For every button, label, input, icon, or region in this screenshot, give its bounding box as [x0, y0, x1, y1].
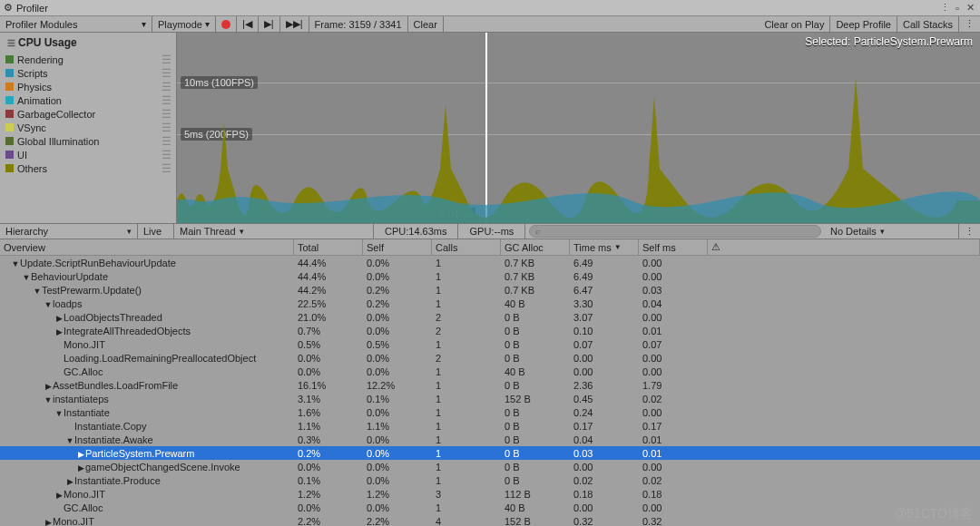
- row-self: 0.0%: [363, 434, 432, 445]
- table-row[interactable]: ▼instantiateps3.1%0.1%1152 B0.450.02: [0, 392, 980, 405]
- table-row[interactable]: ▼BehaviourUpdate44.4%0.0%10.7 KB6.490.00: [0, 269, 980, 283]
- search-input[interactable]: ⌕: [529, 225, 821, 238]
- table-row[interactable]: ▼Instantiate1.6%0.0%10 B0.240.00: [0, 405, 980, 419]
- drag-handle-icon[interactable]: ☰: [162, 67, 171, 80]
- row-total: 21.0%: [294, 312, 363, 323]
- table-row[interactable]: ▶Instantiate.Produce0.1%0.0%10 B0.020.02: [0, 473, 980, 487]
- details-dropdown[interactable]: No Details: [825, 224, 959, 239]
- expand-icon[interactable]: ▼: [33, 287, 42, 296]
- table-row[interactable]: ▶Mono.JIT1.2%1.2%3112 B0.180.18: [0, 487, 980, 501]
- drag-handle-icon[interactable]: ☰: [162, 122, 171, 134]
- drag-handle-icon[interactable]: ☰: [162, 108, 171, 121]
- drag-handle-icon[interactable]: ☰: [162, 54, 171, 66]
- col-self[interactable]: Self: [363, 239, 432, 255]
- row-name: Instantiate: [64, 407, 110, 418]
- row-time-ms: 0.02: [570, 475, 639, 486]
- prev-frame-button[interactable]: ▶|: [259, 16, 280, 32]
- expand-icon[interactable]: ▶: [44, 382, 53, 391]
- col-gc[interactable]: GC Alloc: [501, 239, 570, 255]
- sidebar-item-others[interactable]: Others☰: [0, 161, 176, 175]
- toolbar-more-icon[interactable]: ⋮: [959, 16, 980, 32]
- sidebar-item-ui[interactable]: UI☰: [0, 148, 176, 161]
- expand-icon[interactable]: ▼: [11, 259, 20, 268]
- timeline-chart[interactable]: Selected: ParticleSystem.Prewarm 10ms (1…: [177, 33, 980, 223]
- more-icon[interactable]: ⋮: [938, 2, 951, 14]
- drag-handle-icon[interactable]: ☰: [162, 81, 171, 93]
- expand-icon[interactable]: ▼: [65, 436, 74, 445]
- row-gc: 0 B: [501, 326, 570, 336]
- playmode-dropdown[interactable]: Playmode ▾: [152, 16, 216, 32]
- first-frame-button[interactable]: |◀: [237, 16, 259, 32]
- clear-on-play-button[interactable]: Clear on Play: [759, 16, 830, 32]
- panel-more-icon[interactable]: ⋮: [959, 224, 980, 239]
- thread-dropdown[interactable]: Main Thread: [174, 224, 374, 239]
- drag-handle-icon[interactable]: ☰: [162, 94, 171, 107]
- row-self-ms: 0.00: [639, 462, 708, 472]
- table-row[interactable]: ▶gameObjectChangedScene.Invoke0.0%0.0%10…: [0, 460, 980, 473]
- sidebar-item-physics[interactable]: Physics☰: [0, 80, 176, 93]
- col-warn[interactable]: ⚠: [708, 239, 980, 255]
- expand-icon[interactable]: ▼: [22, 273, 31, 282]
- drag-handle-icon[interactable]: ☰: [162, 135, 171, 148]
- col-overview[interactable]: Overview: [0, 239, 294, 255]
- row-gc: 152 B: [501, 394, 570, 404]
- sidebar-item-scripts[interactable]: Scripts☰: [0, 66, 176, 80]
- sidebar-item-rendering[interactable]: Rendering☰: [0, 53, 176, 66]
- table-row[interactable]: ▶ParticleSystem.Prewarm0.2%0.0%10 B0.030…: [0, 446, 980, 460]
- row-calls: 1: [432, 434, 501, 445]
- gpu-time-label: GPU:--ms: [458, 224, 525, 239]
- expand-icon[interactable]: ▶: [44, 518, 53, 527]
- row-gc: 40 B: [501, 298, 570, 309]
- expand-icon[interactable]: ▶: [65, 477, 74, 486]
- last-frame-button[interactable]: ▶▶|: [280, 16, 309, 32]
- table-row[interactable]: ▼TestPrewarm.Update()44.2%0.2%10.7 KB6.4…: [0, 283, 980, 297]
- table-row[interactable]: ▶Mono.JIT2.2%2.2%4152 B0.320.32: [0, 514, 980, 526]
- table-row[interactable]: ▶AssetBundles.LoadFromFile16.1%12.2%10 B…: [0, 378, 980, 392]
- row-name: Mono.JIT: [64, 489, 105, 500]
- table-row[interactable]: GC.Alloc0.0%0.0%140 B0.000.00: [0, 365, 980, 378]
- swatch-icon: [5, 83, 14, 91]
- table-row[interactable]: ▼Update.ScriptRunBehaviourUpdate44.4%0.0…: [0, 256, 980, 269]
- record-button[interactable]: [216, 16, 237, 32]
- expand-icon[interactable]: ▶: [54, 327, 64, 336]
- call-stacks-button[interactable]: Call Stacks: [897, 16, 959, 32]
- table-row[interactable]: Loading.LoadRemainingPreallocatedObject0…: [0, 351, 980, 365]
- sidebar-item-animation[interactable]: Animation☰: [0, 93, 176, 107]
- col-self-ms[interactable]: Self ms: [639, 239, 708, 255]
- expand-icon[interactable]: ▶: [76, 463, 85, 472]
- maximize-icon[interactable]: ▫: [951, 3, 964, 14]
- live-toggle[interactable]: Live: [138, 224, 174, 239]
- sidebar-item-garbagecollector[interactable]: GarbageCollector☰: [0, 107, 176, 121]
- row-gc: 0 B: [501, 421, 570, 432]
- expand-icon[interactable]: ▶: [54, 314, 64, 323]
- col-total[interactable]: Total: [294, 239, 363, 255]
- sidebar-item-global-illumination[interactable]: Global Illumination☰: [0, 134, 176, 148]
- swatch-icon: [5, 96, 14, 104]
- row-calls: 1: [432, 339, 501, 350]
- expand-icon[interactable]: ▶: [76, 450, 85, 459]
- clear-button[interactable]: Clear: [408, 16, 444, 32]
- table-row[interactable]: Instantiate.Copy1.1%1.1%10 B0.170.17: [0, 419, 980, 433]
- expand-icon[interactable]: ▼: [44, 395, 53, 404]
- table-row[interactable]: GC.Alloc0.0%0.0%140 B0.000.00: [0, 501, 980, 514]
- row-calls: 1: [432, 298, 501, 309]
- deep-profile-button[interactable]: Deep Profile: [830, 16, 897, 32]
- table-row[interactable]: Mono.JIT0.5%0.5%10 B0.070.07: [0, 337, 980, 351]
- drag-handle-icon[interactable]: ☰: [162, 149, 171, 161]
- expand-icon[interactable]: ▼: [54, 409, 64, 418]
- col-calls[interactable]: Calls: [432, 239, 501, 255]
- row-gc: 0 B: [501, 475, 570, 486]
- sidebar-item-label: Animation: [17, 95, 62, 106]
- table-row[interactable]: ▼loadps22.5%0.2%140 B3.300.04: [0, 297, 980, 310]
- sidebar-item-vsync[interactable]: VSync☰: [0, 121, 176, 134]
- close-icon[interactable]: ✕: [964, 2, 976, 14]
- expand-icon[interactable]: ▶: [54, 491, 64, 500]
- table-row[interactable]: ▶IntegrateAllThreadedObjects0.7%0.0%20 B…: [0, 324, 980, 337]
- drag-handle-icon[interactable]: ☰: [162, 162, 171, 175]
- col-time-ms[interactable]: Time ms ▼: [570, 239, 639, 255]
- table-row[interactable]: ▼Instantiate.Awake0.3%0.0%10 B0.040.01: [0, 433, 980, 446]
- hierarchy-dropdown[interactable]: Hierarchy: [0, 224, 138, 239]
- table-row[interactable]: ▶LoadObjectsThreaded21.0%0.0%20 B3.070.0…: [0, 310, 980, 324]
- profiler-modules-dropdown[interactable]: Profiler Modules▾: [0, 16, 152, 32]
- expand-icon[interactable]: ▼: [44, 300, 53, 309]
